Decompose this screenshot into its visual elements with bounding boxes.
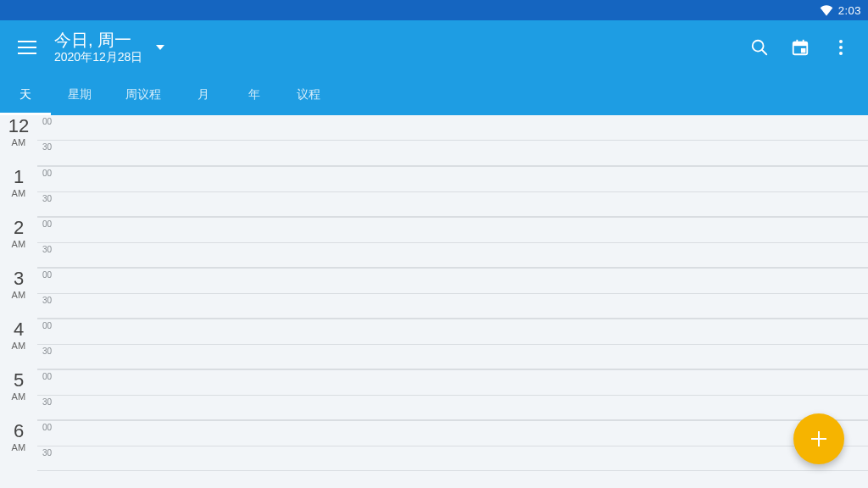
- hour-row[interactable]: 12AM0030: [0, 115, 868, 166]
- tab-5[interactable]: 议程: [280, 75, 337, 115]
- half-hour-slot[interactable]: 30: [37, 396, 868, 421]
- hour-slots: 0030: [37, 217, 868, 268]
- hour-row[interactable]: 3AM0030: [0, 268, 868, 319]
- tab-label: 周议程: [125, 87, 161, 103]
- tab-3[interactable]: 月: [178, 75, 229, 115]
- hour-ampm: AM: [11, 188, 25, 198]
- minute-label: 00: [42, 270, 52, 280]
- minute-label: 30: [42, 245, 52, 254]
- hour-slots: 0030: [37, 115, 868, 166]
- hour-row[interactable]: 2AM0030: [0, 217, 868, 268]
- svg-point-12: [839, 52, 843, 55]
- minute-label: 00: [42, 219, 52, 229]
- add-event-fab[interactable]: [793, 413, 844, 464]
- tab-label: 星期: [68, 87, 92, 103]
- half-hour-slot[interactable]: 00: [37, 268, 868, 294]
- page-title: 今日, 周一: [54, 30, 142, 50]
- hour-number: 1: [14, 168, 24, 186]
- half-hour-slot[interactable]: 30: [37, 294, 868, 319]
- minute-label: 00: [42, 321, 52, 330]
- half-hour-slot[interactable]: 00: [37, 420, 868, 446]
- hour-ampm: AM: [11, 442, 25, 452]
- title-text: 今日, 周一 2020年12月28日: [54, 30, 142, 65]
- svg-point-11: [839, 46, 843, 49]
- app-screen: 2:03 今日, 周一 2020年12月28日: [0, 0, 868, 488]
- svg-rect-7: [796, 40, 798, 44]
- hour-number: 5: [14, 371, 24, 390]
- date-selector[interactable]: 今日, 周一 2020年12月28日: [47, 30, 164, 65]
- hour-label: 12AM: [0, 115, 37, 166]
- half-hour-slot[interactable]: 00: [37, 115, 868, 141]
- hour-number: 2: [14, 219, 24, 237]
- app-bar-top: 今日, 周一 2020年12月28日: [0, 20, 868, 75]
- day-grid[interactable]: 12AM00301AM00302AM00303AM00304AM00305AM0…: [0, 115, 868, 488]
- tab-1[interactable]: 星期: [51, 75, 108, 115]
- hour-row[interactable]: 4AM0030: [0, 319, 868, 369]
- hour-ampm: AM: [11, 391, 25, 402]
- search-icon: [750, 38, 769, 57]
- calendar-today-icon: [791, 38, 810, 57]
- half-hour-slot[interactable]: 00: [37, 319, 868, 345]
- hour-label: 1AM: [0, 166, 37, 217]
- hour-number: 4: [14, 320, 24, 339]
- tab-label: 天: [19, 87, 31, 103]
- search-button[interactable]: [739, 27, 780, 68]
- svg-rect-0: [18, 41, 36, 42]
- hour-label: 4AM: [0, 319, 37, 369]
- tab-0[interactable]: 天: [0, 75, 51, 115]
- minute-label: 30: [42, 397, 52, 407]
- hour-ampm: AM: [11, 137, 25, 147]
- hour-ampm: AM: [11, 341, 25, 351]
- overflow-menu-button[interactable]: [821, 27, 861, 68]
- hour-row[interactable]: 5AM0030: [0, 369, 868, 420]
- minute-label: 30: [42, 347, 52, 356]
- tab-2[interactable]: 周议程: [108, 75, 178, 115]
- minute-label: 30: [42, 194, 52, 203]
- wifi-icon: [820, 4, 833, 16]
- svg-rect-14: [811, 438, 826, 440]
- menu-button[interactable]: [7, 27, 47, 68]
- minute-label: 00: [42, 372, 52, 381]
- more-vert-icon: [839, 40, 843, 55]
- hour-slots: 0030: [37, 166, 868, 217]
- minute-label: 00: [42, 169, 52, 178]
- minute-label: 30: [42, 142, 52, 152]
- half-hour-slot[interactable]: 30: [37, 243, 868, 269]
- hour-slots: 0030: [37, 420, 868, 471]
- status-bar: 2:03: [0, 0, 868, 20]
- hour-ampm: AM: [11, 290, 25, 300]
- hour-number: 6: [14, 422, 24, 441]
- minute-label: 00: [42, 117, 52, 126]
- half-hour-slot[interactable]: 30: [37, 446, 868, 472]
- svg-line-4: [762, 50, 767, 55]
- hour-slots: 0030: [37, 268, 868, 319]
- hour-row[interactable]: 6AM0030: [0, 420, 868, 471]
- half-hour-slot[interactable]: 30: [37, 345, 868, 370]
- page-subtitle: 2020年12月28日: [54, 50, 142, 65]
- svg-rect-2: [18, 53, 36, 54]
- half-hour-slot[interactable]: 00: [37, 166, 868, 192]
- today-button[interactable]: [780, 27, 821, 68]
- tab-4[interactable]: 年: [229, 75, 280, 115]
- half-hour-slot[interactable]: 00: [37, 217, 868, 243]
- hour-label: 3AM: [0, 268, 37, 319]
- hour-label: 5AM: [0, 369, 37, 420]
- svg-rect-9: [801, 48, 806, 53]
- minute-label: 30: [42, 448, 52, 458]
- half-hour-slot[interactable]: 00: [37, 369, 868, 396]
- hamburger-icon: [18, 41, 36, 54]
- hour-label: 2AM: [0, 217, 37, 268]
- tab-label: 议程: [297, 87, 320, 103]
- half-hour-slot[interactable]: 30: [37, 192, 868, 218]
- svg-point-10: [839, 40, 843, 43]
- hour-number: 12: [8, 117, 29, 136]
- half-hour-slot[interactable]: 30: [37, 141, 868, 166]
- hour-number: 3: [14, 269, 24, 288]
- hour-row[interactable]: 1AM0030: [0, 166, 868, 217]
- svg-rect-8: [803, 40, 804, 44]
- tab-label: 年: [248, 87, 260, 103]
- view-tabs: 天星期周议程月年议程: [0, 75, 868, 115]
- hour-slots: 0030: [37, 319, 868, 369]
- svg-rect-1: [18, 47, 36, 48]
- minute-label: 30: [42, 296, 52, 305]
